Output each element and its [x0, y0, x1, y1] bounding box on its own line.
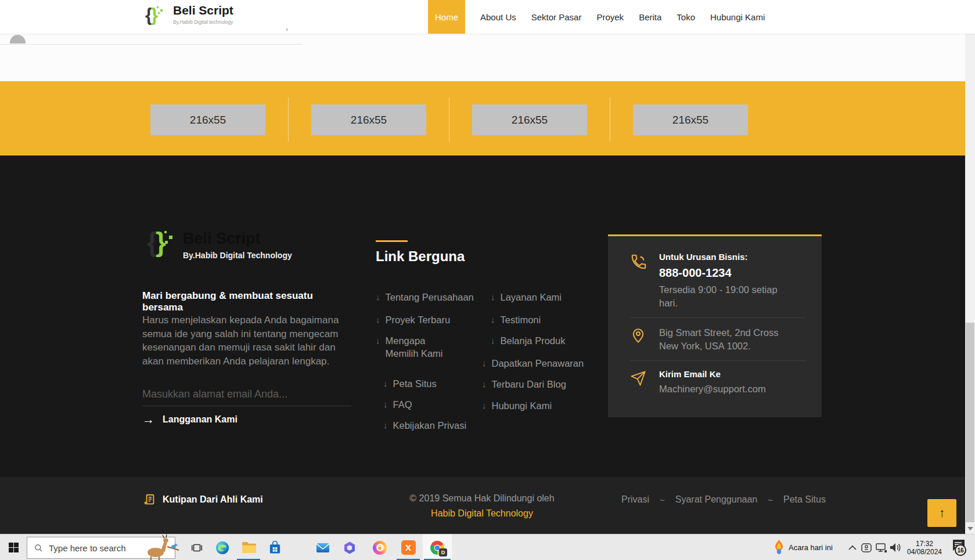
scroll-icon [143, 493, 156, 507]
logo-brace-left: { [147, 227, 156, 257]
xampp-icon: X [401, 540, 416, 555]
footer-link-kebijakan-privasi[interactable]: ↓Kebijakan Privasi [383, 419, 466, 432]
phone-number[interactable]: 888-000-1234 [659, 266, 796, 280]
task-view-icon [190, 541, 203, 554]
taskbar-clock[interactable]: 17:32 04/08/2024 [904, 534, 945, 560]
tray-network-icon[interactable] [875, 534, 887, 560]
newsletter-email-input[interactable] [142, 383, 351, 406]
legal-link-peta-situs[interactable]: Peta Situs [783, 494, 826, 505]
xampp-button[interactable]: X [395, 534, 421, 560]
phone-label: Untuk Urusan Bisnis: [659, 252, 796, 262]
nav-item-sektor-pasar[interactable]: Sektor Pasar [531, 12, 582, 22]
ad-placeholder-4[interactable]: 216x55 [633, 104, 748, 135]
footer-link-label: Tentang Perusahaan [386, 291, 474, 304]
chrome-button[interactable]: D [423, 534, 452, 560]
footer-link-label: Testimoni [501, 313, 541, 326]
legal-links: Privasi ~ Syarat Penggunaan ~ Peta Situs [621, 494, 826, 505]
site-header: {} Beli Script By.Habib Digital technolo… [0, 0, 975, 34]
nav-item-hubungi-kami[interactable]: Hubungi Kami [710, 12, 765, 22]
slider-control-remnant[interactable] [10, 35, 26, 44]
ad-placeholder-3[interactable]: 216x55 [472, 104, 587, 135]
secure-browser-button[interactable] [367, 534, 393, 560]
copyright: © 2019 Semua Hak Dilindungi oleh Habib D… [354, 493, 610, 519]
tray-volume-icon[interactable] [888, 534, 902, 560]
start-button[interactable] [0, 534, 27, 560]
footer-link-label: Hubungi Kami [492, 399, 552, 412]
task-view-button[interactable] [184, 534, 210, 560]
logo-braces-icon: {} [145, 5, 165, 24]
windows-logo-icon [9, 543, 19, 552]
taskbar-search-box[interactable] [27, 537, 175, 559]
site-logo[interactable]: {} Beli Script By.Habib Digital technolo… [145, 3, 233, 25]
footer-logo-braces-icon: {} [147, 229, 176, 255]
edge-browser-button[interactable] [210, 534, 235, 560]
footer-link-terbaru-dari-blog[interactable]: ↓Terbaru Dari Blog [482, 378, 566, 391]
main-nav: Home About Us Sektor Pasar Proyek Berita… [428, 0, 765, 34]
legal-link-privasi[interactable]: Privasi [621, 494, 649, 505]
card-divider [630, 360, 805, 361]
card-divider [630, 317, 805, 318]
search-input[interactable] [49, 543, 136, 553]
edge-icon [215, 541, 229, 555]
office-app-button[interactable] [337, 534, 362, 560]
nav-item-toko[interactable]: Toko [677, 12, 695, 22]
tray-events-label[interactable]: Acara hari ini [789, 534, 833, 560]
lock-icon [377, 545, 382, 550]
mail-app-button[interactable] [310, 534, 336, 560]
footer-link-label: Dapatkan Penawaran [492, 357, 584, 370]
clock-time: 17:32 [916, 540, 933, 548]
down-arrow-icon: ↓ [383, 398, 388, 411]
footer-link-dapatkan-penawaran[interactable]: ↓Dapatkan Penawaran [482, 357, 584, 370]
right-arrow-icon: → [142, 413, 154, 427]
copyright-link[interactable]: Habib Digital Technology [354, 508, 610, 519]
ad-placeholder-2[interactable]: 216x55 [311, 104, 426, 135]
footer-link-layanan-kami[interactable]: ↓Layanan Kami [491, 291, 562, 304]
footer-link-testimoni[interactable]: ↓Testimoni [491, 313, 541, 326]
footer-link-tentang-perusahaan[interactable]: ↓Tentang Perusahaan [376, 291, 474, 304]
logo-subtitle: By.Habib Digital technology [173, 19, 233, 25]
xampp-letter: X [405, 543, 411, 552]
action-center-button[interactable]: 16 [949, 534, 975, 560]
nav-item-berita[interactable]: Berita [639, 12, 661, 22]
file-explorer-button[interactable] [236, 534, 261, 560]
tray-chevron-up-icon[interactable] [847, 534, 858, 560]
email-value[interactable]: Machinery@support.com [659, 382, 766, 396]
map-pin-icon [630, 326, 659, 353]
down-arrow-icon: ↓ [482, 378, 487, 391]
footer-link-label: Proyek Terbaru [386, 313, 451, 326]
footer-link-hubungi-kami[interactable]: ↓Hubungi Kami [482, 399, 552, 412]
scrollbar-down-arrow-icon[interactable] [967, 527, 973, 530]
footer-link-label: Mengapa Memilih Kami [386, 334, 460, 360]
tray-device-icon[interactable] [861, 534, 872, 560]
nav-item-home[interactable]: Home [428, 0, 465, 34]
footer-link-mengapa-memilih-kami[interactable]: ↓Mengapa Memilih Kami [376, 334, 469, 360]
file-explorer-icon [242, 541, 256, 554]
down-arrow-icon: ↓ [482, 357, 487, 370]
scroll-to-top-button[interactable]: ↑ [927, 499, 956, 527]
scrollbar-thumb[interactable] [966, 323, 974, 522]
vertical-scrollbar[interactable] [965, 0, 975, 534]
ad-placeholder-1[interactable]: 216x55 [150, 104, 265, 135]
divider-line [0, 44, 302, 45]
footer-link-belanja-produk[interactable]: ↓Belanja Produk [491, 334, 565, 347]
expert-quotes-button[interactable]: Kutipan Dari Ahli Kami [143, 493, 263, 507]
footer-join-text: Harus menjelaskan kepada Anda bagaimana … [142, 313, 347, 368]
events-torch-icon[interactable] [775, 540, 783, 555]
footer-logo[interactable]: {} Beli Script By.Habib Digital Technolo… [147, 229, 292, 260]
phone-hours: Tersedia 9:00 - 19:00 setiap hari. [659, 283, 796, 310]
footer-link-faq[interactable]: ↓FAQ [383, 398, 412, 411]
clock-date: 04/08/2024 [907, 548, 942, 556]
subscribe-button[interactable]: → Langganan Kami [142, 413, 238, 427]
legal-link-syarat-penggunaan[interactable]: Syarat Penggunaan [675, 494, 757, 505]
nav-item-about-us[interactable]: About Us [480, 12, 516, 22]
expert-quotes-label: Kutipan Dari Ahli Kami [163, 494, 263, 505]
page-content-remnant [0, 34, 965, 81]
microsoft-store-button[interactable] [262, 534, 287, 560]
footer-link-label: Terbaru Dari Blog [492, 378, 566, 391]
copyright-text: © 2019 Semua Hak Dilindungi oleh [354, 493, 610, 504]
nav-item-proyek[interactable]: Proyek [596, 12, 624, 22]
footer-link-proyek-terbaru[interactable]: ↓Proyek Terbaru [376, 313, 450, 326]
email-label: Kirim Email Ke [659, 369, 766, 379]
footer-link-peta-situs[interactable]: ↓Peta Situs [383, 377, 437, 390]
chrome-icon: D [430, 540, 445, 555]
